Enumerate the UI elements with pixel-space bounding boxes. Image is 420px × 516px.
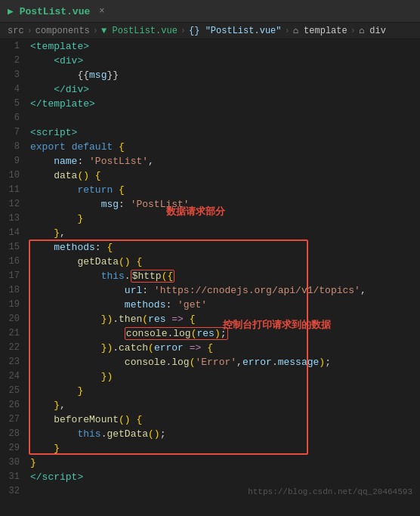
bc-src: src — [8, 26, 24, 36]
code-line-19: 19 methods: 'get' — [0, 298, 420, 312]
code-line-28: 28 this.getData(); — [0, 427, 420, 441]
bc-div: ⌂ div — [359, 26, 386, 36]
code-line-30: 30 } — [0, 456, 420, 470]
code-line-22: 22 }).catch(error => { — [0, 341, 420, 355]
bc-object: {} "PostList.vue" — [189, 26, 281, 36]
code-line-18: 18 url: 'https://cnodejs.org/api/v1/topi… — [0, 283, 420, 298]
code-line-17: 17 this.$http({ — [0, 269, 420, 283]
code-line-5: 5 </template> — [0, 97, 420, 111]
bc-components: components — [36, 26, 90, 36]
bc-postlist: ▼ PostList.vue — [101, 26, 178, 36]
code-line-33: 33 <style scoped> — [0, 499, 420, 499]
code-line-4: 4 </div> — [0, 82, 420, 97]
code-line-3: 3 {{msg}} — [0, 68, 420, 82]
title-bar-logo: ▶ PostList.vue — [8, 5, 90, 17]
code-line-10: 10 data() { — [0, 168, 420, 183]
code-line-21: 21 console.log(res); — [0, 326, 420, 341]
close-icon[interactable]: × — [99, 6, 104, 17]
code-line-12: 12 msg: 'PostList' — [0, 197, 420, 212]
code-line-14: 14 }, — [0, 226, 420, 240]
code-area: 1 <template> 2 <div> 3 {{msg}} 4 </div> … — [0, 39, 420, 499]
code-line-25: 25 } — [0, 384, 420, 398]
code-line-20: 20 }).then(res => { — [0, 312, 420, 326]
code-line-2: 2 <div> — [0, 54, 420, 68]
code-line-8: 8 export default { — [0, 140, 420, 154]
code-line-7: 7 <script> — [0, 125, 420, 140]
bc-template: ⌂ template — [293, 26, 347, 36]
code-line-13: 13 } — [0, 212, 420, 226]
code-line-1: 1 <template> — [0, 39, 420, 54]
code-line-23: 23 console.log('Error',error.message); — [0, 355, 420, 369]
title-bar: ▶ PostList.vue × — [0, 0, 420, 23]
code-line-6: 6 — [0, 111, 420, 125]
code-line-26: 26 }, — [0, 398, 420, 412]
code-line-16: 16 getData() { — [0, 255, 420, 269]
code-line-15: 15 methods: { — [0, 240, 420, 255]
code-line-27: 27 beforeMount() { — [0, 412, 420, 427]
code-line-9: 9 name: 'PostList', — [0, 154, 420, 168]
code-line-31: 31 </script> — [0, 470, 420, 484]
breadcrumb: src › components › ▼ PostList.vue › {} "… — [0, 23, 420, 39]
code-line-29: 29 } — [0, 441, 420, 456]
code-line-11: 11 return { — [0, 183, 420, 197]
footer-url: https://blog.csdn.net/qq_20464593 — [248, 487, 412, 496]
code-line-24: 24 }) — [0, 369, 420, 384]
